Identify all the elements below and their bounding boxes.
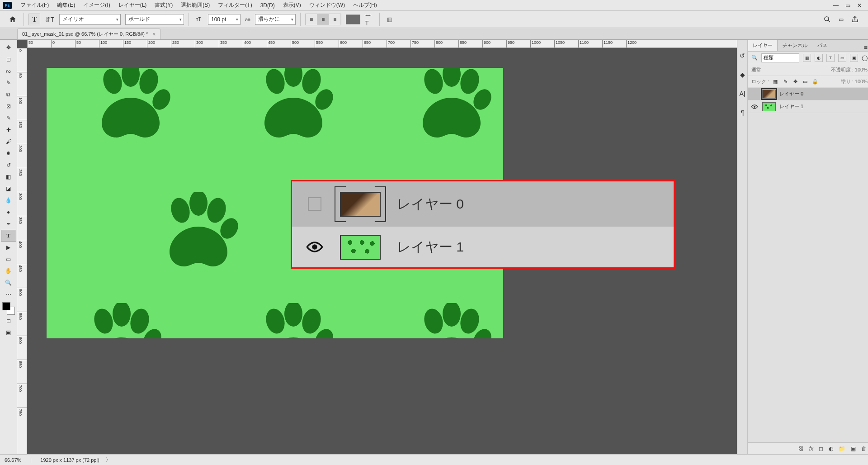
paragraph-icon[interactable]: ¶ (737, 108, 747, 118)
healing-tool[interactable]: ✚ (1, 124, 16, 136)
lock-artboard-icon[interactable]: ▭ (802, 79, 809, 85)
share-icon[interactable] (851, 15, 859, 24)
menu-view[interactable]: 表示(V) (279, 1, 305, 9)
panel-menu-icon[interactable]: ≡ (860, 44, 868, 51)
type-tool[interactable]: T (1, 230, 16, 242)
document-tab[interactable]: 01_layer_mask_01.psd @ 66.7% (レイヤー 0, RG… (17, 28, 160, 39)
menu-window[interactable]: ウィンドウ(W) (305, 1, 349, 9)
layer-name[interactable]: レイヤー 0 (779, 90, 803, 97)
zoom-tool[interactable]: 🔍 (1, 277, 16, 289)
font-weight-dropdown[interactable]: ボールド (125, 14, 184, 25)
svg-point-23 (113, 303, 131, 327)
lock-all-icon[interactable]: 🔒 (811, 79, 819, 85)
new-group-icon[interactable]: 📁 (839, 446, 845, 452)
quick-select-tool[interactable]: ✎ (1, 77, 16, 89)
menu-help[interactable]: ヘルプ(H) (349, 1, 381, 9)
foreground-color[interactable] (2, 302, 10, 310)
fill-value[interactable]: 100% (855, 79, 868, 84)
pen-tool[interactable]: ✒ (1, 218, 16, 230)
layer-thumbnail[interactable] (762, 90, 776, 99)
eyedropper-tool[interactable]: ✎ (1, 112, 16, 124)
frame-tool[interactable]: ⊠ (1, 100, 16, 112)
delete-layer-icon[interactable]: 🗑 (861, 446, 867, 452)
brush-tool[interactable]: 🖌 (1, 136, 16, 147)
marquee-tool[interactable]: ◻ (1, 53, 16, 65)
layer-mask-icon[interactable]: ◻ (819, 446, 823, 452)
screenmode-button[interactable]: ▣ (1, 327, 16, 338)
character-panel-button[interactable]: ▥ (384, 14, 394, 24)
layer-fx-icon[interactable]: fx (809, 446, 813, 452)
search-icon[interactable] (823, 15, 831, 24)
quickmask-button[interactable]: ◻ (1, 315, 16, 327)
align-left-button[interactable]: ≡ (306, 14, 317, 25)
close-tab-icon[interactable]: × (152, 31, 156, 38)
opacity-value[interactable]: 100% (855, 67, 868, 72)
minimize-button[interactable]: — (830, 1, 842, 10)
menu-file[interactable]: ファイル(F) (16, 1, 53, 9)
layer-name[interactable]: レイヤー 1 (779, 103, 803, 110)
filter-adjust-icon[interactable]: ◐ (815, 54, 823, 62)
stamp-tool[interactable]: ⧯ (1, 147, 16, 159)
align-center-button[interactable]: ≡ (317, 14, 329, 25)
tab-paths[interactable]: パス (812, 40, 832, 51)
text-color-swatch[interactable] (346, 14, 360, 24)
filter-shape-icon[interactable]: ▭ (838, 54, 846, 62)
menu-image[interactable]: イメージ(I) (79, 1, 114, 9)
status-menu-chevron[interactable]: 〉 (106, 456, 111, 463)
shape-tool[interactable]: ▭ (1, 253, 16, 265)
path-select-tool[interactable]: ▶ (1, 242, 16, 253)
home-button[interactable] (6, 14, 19, 25)
layer-row[interactable]: レイヤー 0 (748, 88, 868, 100)
blur-tool[interactable]: 💧 (1, 195, 16, 206)
visibility-toggle[interactable] (750, 104, 759, 109)
font-size-dropdown[interactable]: 100 pt (208, 14, 241, 25)
properties-icon[interactable]: ◆ (737, 70, 747, 80)
menu-edit[interactable]: 編集(E) (53, 1, 79, 9)
lasso-tool[interactable]: ᔓ (1, 65, 16, 77)
layer-filter-input[interactable] (761, 53, 799, 62)
close-button[interactable]: ✕ (854, 1, 865, 10)
zoom-level[interactable]: 66.67% (5, 457, 21, 463)
history-brush-tool[interactable]: ↺ (1, 159, 16, 171)
color-swatches[interactable] (2, 302, 15, 315)
tab-channels[interactable]: チャンネル (778, 40, 812, 51)
filter-smart-icon[interactable]: ▣ (850, 54, 858, 62)
frame-icon[interactable]: ▭ (839, 16, 844, 23)
move-tool[interactable]: ✥ (1, 42, 16, 53)
lock-position-icon[interactable]: ✥ (792, 79, 799, 85)
hand-tool[interactable]: ✋ (1, 265, 16, 277)
align-right-button[interactable]: ≡ (329, 14, 341, 25)
menu-3d[interactable]: 3D(D) (256, 2, 279, 9)
menu-filter[interactable]: フィルター(T) (214, 1, 256, 9)
tab-layers[interactable]: レイヤー (748, 40, 778, 51)
gradient-tool[interactable]: ◪ (1, 183, 16, 195)
link-layers-icon[interactable]: ⛓ (798, 446, 804, 452)
menu-layer[interactable]: レイヤー(L) (114, 1, 151, 9)
filter-type-icon[interactable]: T (826, 54, 835, 62)
fill-label: 塗り : (841, 79, 854, 84)
filter-toggle[interactable]: ◯ (862, 55, 868, 61)
blend-mode-value[interactable]: 通常 (751, 66, 761, 73)
menu-select[interactable]: 選択範囲(S) (177, 1, 214, 9)
crop-tool[interactable]: ⧉ (1, 89, 16, 100)
history-icon[interactable]: ↺ (737, 51, 747, 61)
new-layer-icon[interactable]: ▣ (851, 446, 856, 452)
layer-row[interactable]: レイヤー 1 (748, 100, 868, 113)
layer-thumbnail[interactable] (762, 102, 776, 111)
filter-pixel-icon[interactable]: ▦ (803, 54, 811, 62)
adjustment-layer-icon[interactable]: ◐ (829, 446, 833, 452)
character-icon[interactable]: A| (737, 89, 747, 99)
text-orientation-button[interactable]: ⇵T (45, 14, 55, 24)
menu-bar: Ps ファイル(F) 編集(E) イメージ(I) レイヤー(L) 書式(Y) 選… (0, 0, 868, 11)
tool-indicator[interactable]: T (28, 14, 40, 25)
menu-type[interactable]: 書式(Y) (151, 1, 177, 9)
warp-text-button[interactable]: 〰T (365, 14, 375, 24)
edit-toolbar-button[interactable]: ⋯ (1, 289, 16, 300)
dodge-tool[interactable]: ● (1, 206, 16, 218)
maximize-button[interactable]: ▭ (842, 1, 854, 10)
font-family-dropdown[interactable]: メイリオ (59, 14, 121, 25)
eraser-tool[interactable]: ◧ (1, 171, 16, 183)
antialias-dropdown[interactable]: 滑らかに (255, 14, 296, 25)
lock-transparency-icon[interactable]: ▦ (772, 79, 779, 85)
lock-paint-icon[interactable]: ✎ (782, 79, 789, 85)
